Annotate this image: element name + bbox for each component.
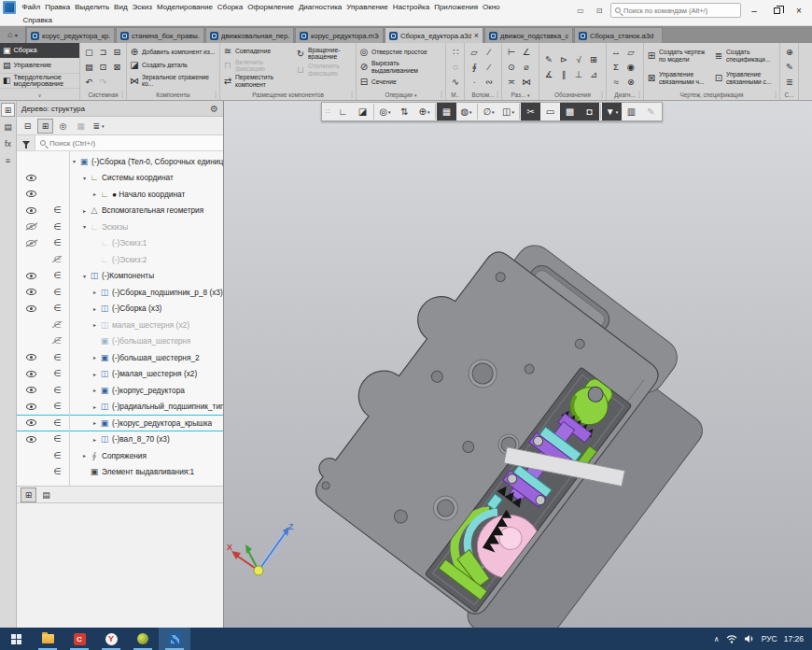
move-component-button[interactable]: ⇄Переместить компонент <box>222 74 293 87</box>
tree-item-sketch-2[interactable]: ∈ ∟ (-)Эскиз:2 <box>17 251 223 268</box>
include-cell[interactable]: ∈ <box>45 451 70 460</box>
undo[interactable]: ↶ <box>82 75 96 90</box>
orientation-iso[interactable]: ∟ ▾ <box>333 103 353 120</box>
enable-fix-button[interactable]: ⊓Включить фиксацию <box>222 59 293 72</box>
zoom-tool[interactable]: ◎ ▾ <box>375 103 395 120</box>
simple-hole-button[interactable]: ◎Отверстие простое <box>358 47 443 57</box>
spec-report[interactable]: ≣ <box>782 75 797 90</box>
dimension-chain[interactable]: ⋈ <box>519 75 534 90</box>
screen-preview-icon[interactable]: ⊡ <box>592 5 607 17</box>
tree-item-korus-reduktora-kryshka[interactable]: ∈ ▸ ▣ (-)корус_редуктора_крышка <box>17 415 223 431</box>
visibility-cell[interactable] <box>17 289 45 295</box>
parallel-mark[interactable]: ∥ <box>556 67 571 82</box>
expand-arrow-icon[interactable]: ▸ <box>80 452 89 459</box>
filter-button[interactable] <box>17 135 35 150</box>
restore-button[interactable] <box>767 3 786 18</box>
spiral[interactable]: ∮ <box>467 60 482 75</box>
dropdown-caret-icon[interactable]: ▾ <box>616 109 619 115</box>
save-document[interactable]: ⊟ <box>110 45 124 60</box>
group-handle-icon[interactable]: ┆ <box>496 91 499 99</box>
tree-search-input[interactable] <box>49 139 223 148</box>
tree-bottom-list[interactable]: ▤ ▾ <box>38 488 54 502</box>
deviation-check[interactable]: ⊗ <box>623 75 638 90</box>
redo[interactable]: ↷ <box>96 75 110 90</box>
dropdown-caret-icon[interactable]: ▾ <box>102 123 105 129</box>
dropdown-caret-icon[interactable]: ▾ <box>511 109 514 115</box>
minimize-button[interactable]: – <box>745 3 763 18</box>
print[interactable]: ▤ <box>82 60 96 75</box>
tree-composition[interactable]: ≣ ▾ <box>91 119 106 134</box>
tree-item-sborka-podshipnik[interactable]: ∈ ▸ ◫ (-)Сборка_подшипник_р_8 (x3) <box>17 284 223 301</box>
print-preview[interactable]: ⊡ <box>96 60 110 75</box>
curve[interactable]: ∾ <box>482 75 497 90</box>
dropdown-caret-icon[interactable]: ▾ <box>427 109 430 115</box>
orientation-sphere[interactable]: ◍ ▾ <box>456 103 476 120</box>
quick-edit[interactable]: ✎ ▾ <box>641 103 661 120</box>
section-button[interactable]: ⊟Сечение <box>358 77 443 87</box>
mass-properties[interactable]: Σ <box>609 60 623 75</box>
perpendicular-mark[interactable]: ⊥ <box>571 67 586 82</box>
tree-item-sketch-1[interactable]: ∈ ∟ (-)Эскиз:1 <box>17 235 223 252</box>
mode-solid-modeling[interactable]: ◧ Твердотельное моделирование <box>0 74 79 89</box>
tab-korus-reduktora-kr[interactable]: корус_редуктора_кр... × <box>26 27 115 43</box>
include-cell[interactable]: ∈ <box>45 434 70 444</box>
tab-sborka-eduktora[interactable]: Сборка_едуктора.a3d × <box>385 27 483 43</box>
tree-item-sketches[interactable]: ∈ ▾ ∟ Эскизы <box>17 219 223 235</box>
coincide-button[interactable]: ≅Совпадение <box>222 46 293 56</box>
construction-plane[interactable]: ▱ <box>467 45 482 60</box>
tree-item-coordinate-systems[interactable]: ∈ ▾ ∟ Системы координат <box>17 170 223 187</box>
tree-item-bolshaya-shesternya[interactable]: ∈ ▣ (-)большая_шестерня <box>17 333 223 350</box>
hide-objects[interactable]: ∅ ▾ <box>479 103 498 120</box>
cut-extrude-button[interactable]: ⊘Вырезать выдавливанием <box>358 60 443 73</box>
surface-finish[interactable]: √ <box>571 52 586 67</box>
expand-arrow-icon[interactable]: ▾ <box>80 273 89 279</box>
include-cell[interactable]: ∈ <box>45 320 70 330</box>
note-leader[interactable]: ✎ <box>541 52 556 67</box>
construction-point[interactable]: ∙ <box>467 75 482 90</box>
expand-arrow-icon[interactable]: ▸ <box>91 354 99 360</box>
group-handle-icon[interactable]: ┆ <box>120 91 124 99</box>
expand-arrow-icon[interactable]: ▸ <box>91 289 99 295</box>
expand-arrow-icon[interactable]: ▸ <box>91 305 99 312</box>
include-cell[interactable]: ∈ <box>45 222 70 232</box>
tree-item-assembly-root[interactable]: ∈ ▾ ▣ (-)Сборка (Тел-0, Сборочных единиц… <box>17 153 223 170</box>
tree-item-val-8-70[interactable]: ∈ ▸ ◫ (-)вал_8_70 (x3) <box>17 431 223 448</box>
visibility-cell[interactable] <box>17 436 45 443</box>
manage-specs-button[interactable]: ⊡Управление связанными с... <box>713 67 778 90</box>
menu-item[interactable]: Диагностика <box>296 3 343 11</box>
tree-item-malaya-shesternya-off[interactable]: ∈ ▸ ◫ малая_шестерня (x2) <box>17 317 223 333</box>
expand-arrow-icon[interactable]: ▾ <box>80 223 89 230</box>
tree-item-sborka-x3[interactable]: ∈ ▸ ◫ (-)Сборка (x3) <box>17 301 223 318</box>
structure-view-mode[interactable]: ⊞ ▾ <box>37 119 53 134</box>
mirror-component-button[interactable]: ⋈Зеркальное отражение ко... <box>129 74 217 87</box>
command-search[interactable] <box>610 3 741 18</box>
dimension-linear[interactable]: ≍ <box>504 75 519 90</box>
create-spec-button[interactable]: ≣Создать спецификаци... <box>713 45 778 67</box>
create-part-button[interactable]: ◪Создать деталь <box>129 60 217 70</box>
pattern-circular[interactable]: ◌ <box>448 60 463 75</box>
save-as[interactable]: ⊠ <box>110 60 124 75</box>
group-handle-icon[interactable]: ┆ <box>440 91 443 99</box>
include-cell[interactable]: ∈ <box>45 467 70 476</box>
pattern-grid[interactable]: ∷ <box>448 45 463 60</box>
group-expand-icon[interactable]: ▾ <box>414 92 417 98</box>
create-drawing-button[interactable]: ⊞Создать чертеж по модели <box>646 45 711 67</box>
group-handle-icon[interactable]: ┆ <box>637 91 641 99</box>
expand-arrow-icon[interactable]: ▸ <box>80 207 89 214</box>
panels-menu[interactable]: ≡ <box>1 153 15 167</box>
home-tab-button[interactable]: ⌂▾ <box>0 26 26 43</box>
parameters-panel-toggle[interactable]: ▤ <box>1 120 15 134</box>
curvature-check[interactable]: ≈ <box>609 75 623 90</box>
rotation-rotation-button[interactable]: ↻Вращение-вращение <box>295 47 353 60</box>
layout-toggle-icon[interactable]: ▭ <box>573 5 588 17</box>
tree-bottom-structure[interactable]: ⊞ ▾ <box>21 488 36 502</box>
tree-item-components[interactable]: ∈ ▾ ◫ (-)Компоненты <box>17 268 223 285</box>
menu-item[interactable]: Окно <box>480 3 502 11</box>
menu-item[interactable]: Оформление <box>245 3 297 11</box>
include-cell[interactable]: ∈ <box>45 369 70 378</box>
new-document[interactable]: ▢ <box>82 45 96 60</box>
dimension-auto[interactable]: ⊢ <box>504 45 519 60</box>
tree-item-korpus-reduktora[interactable]: ∈ ▸ ▣ (-)корпус_редуктора <box>17 382 223 399</box>
tab-stanina-bok[interactable]: станина_бок_правы... × <box>116 27 204 43</box>
coordinate-systems-tool[interactable]: ⊕ ▾ <box>414 103 434 120</box>
